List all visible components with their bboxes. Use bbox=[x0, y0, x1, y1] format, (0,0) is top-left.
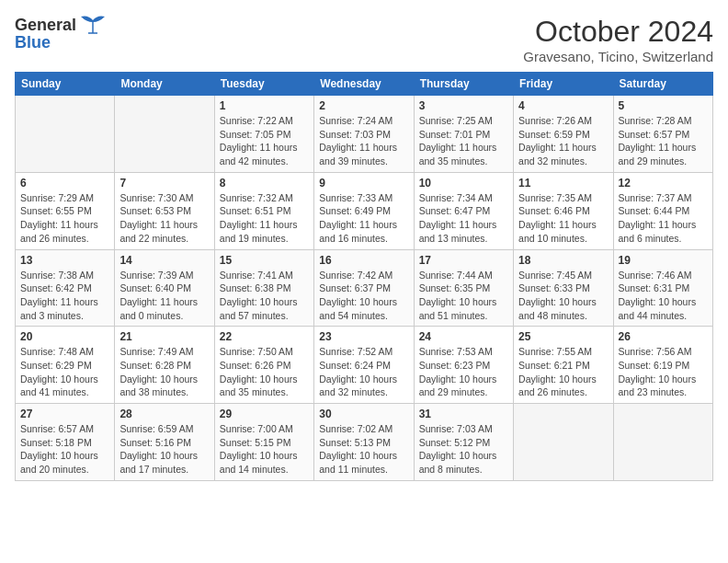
month-title: October 2024 bbox=[523, 15, 713, 49]
day-number: 7 bbox=[119, 177, 209, 190]
calendar-cell: 20Sunrise: 7:48 AMSunset: 6:29 PMDayligh… bbox=[16, 327, 115, 404]
weekday-header: Thursday bbox=[414, 73, 513, 96]
calendar-cell: 27Sunrise: 6:57 AMSunset: 5:18 PMDayligh… bbox=[16, 404, 115, 481]
calendar-cell: 1Sunrise: 7:22 AMSunset: 7:05 PMDaylight… bbox=[214, 96, 313, 173]
calendar-cell: 23Sunrise: 7:52 AMSunset: 6:24 PMDayligh… bbox=[314, 327, 414, 404]
day-info: Sunrise: 7:25 AMSunset: 7:01 PMDaylight:… bbox=[419, 114, 508, 168]
calendar-cell: 12Sunrise: 7:37 AMSunset: 6:44 PMDayligh… bbox=[613, 172, 712, 249]
day-info: Sunrise: 7:53 AMSunset: 6:23 PMDaylight:… bbox=[419, 345, 508, 399]
calendar-cell: 4Sunrise: 7:26 AMSunset: 6:59 PMDaylight… bbox=[514, 96, 613, 173]
weekday-header: Saturday bbox=[613, 73, 712, 96]
day-info: Sunrise: 7:55 AMSunset: 6:21 PMDaylight:… bbox=[518, 345, 608, 399]
calendar-cell bbox=[16, 96, 115, 173]
day-number: 23 bbox=[319, 330, 408, 343]
day-info: Sunrise: 7:03 AMSunset: 5:12 PMDaylight:… bbox=[419, 422, 508, 477]
calendar-cell: 16Sunrise: 7:42 AMSunset: 6:37 PMDayligh… bbox=[314, 249, 414, 327]
day-info: Sunrise: 7:29 AMSunset: 6:55 PMDaylight:… bbox=[20, 191, 109, 246]
day-number: 27 bbox=[20, 408, 109, 420]
calendar-cell: 8Sunrise: 7:32 AMSunset: 6:51 PMDaylight… bbox=[214, 172, 313, 249]
day-info: Sunrise: 7:56 AMSunset: 6:19 PMDaylight:… bbox=[619, 345, 708, 399]
day-number: 17 bbox=[419, 254, 508, 267]
day-info: Sunrise: 7:52 AMSunset: 6:24 PMDaylight:… bbox=[319, 345, 408, 399]
logo-bird-icon bbox=[79, 15, 107, 35]
logo-blue: Blue bbox=[15, 33, 51, 52]
calendar-cell: 26Sunrise: 7:56 AMSunset: 6:19 PMDayligh… bbox=[613, 327, 712, 404]
day-info: Sunrise: 7:00 AMSunset: 5:15 PMDaylight:… bbox=[220, 422, 309, 477]
calendar-week-row: 20Sunrise: 7:48 AMSunset: 6:29 PMDayligh… bbox=[16, 327, 713, 404]
calendar-cell: 22Sunrise: 7:50 AMSunset: 6:26 PMDayligh… bbox=[214, 327, 313, 404]
day-info: Sunrise: 7:41 AMSunset: 6:38 PMDaylight:… bbox=[220, 269, 309, 323]
day-info: Sunrise: 7:28 AMSunset: 6:57 PMDaylight:… bbox=[619, 114, 708, 168]
day-number: 10 bbox=[419, 177, 508, 190]
day-info: Sunrise: 7:33 AMSunset: 6:49 PMDaylight:… bbox=[319, 191, 408, 246]
day-number: 26 bbox=[619, 330, 708, 343]
day-number: 16 bbox=[319, 254, 408, 267]
day-number: 19 bbox=[619, 254, 708, 267]
calendar-cell: 3Sunrise: 7:25 AMSunset: 7:01 PMDaylight… bbox=[414, 96, 513, 173]
calendar-cell: 6Sunrise: 7:29 AMSunset: 6:55 PMDaylight… bbox=[16, 172, 115, 249]
calendar-cell: 30Sunrise: 7:02 AMSunset: 5:13 PMDayligh… bbox=[314, 404, 414, 481]
location-subtitle: Gravesano, Ticino, Switzerland bbox=[523, 49, 713, 64]
day-info: Sunrise: 7:44 AMSunset: 6:35 PMDaylight:… bbox=[419, 269, 508, 323]
day-info: Sunrise: 7:48 AMSunset: 6:29 PMDaylight:… bbox=[20, 345, 109, 399]
weekday-header: Friday bbox=[514, 73, 613, 96]
logo: General Blue bbox=[15, 15, 107, 52]
day-info: Sunrise: 7:24 AMSunset: 7:03 PMDaylight:… bbox=[319, 114, 408, 168]
day-info: Sunrise: 7:42 AMSunset: 6:37 PMDaylight:… bbox=[319, 269, 408, 323]
calendar-cell: 21Sunrise: 7:49 AMSunset: 6:28 PMDayligh… bbox=[115, 327, 214, 404]
day-info: Sunrise: 7:49 AMSunset: 6:28 PMDaylight:… bbox=[119, 345, 209, 399]
day-info: Sunrise: 7:50 AMSunset: 6:26 PMDaylight:… bbox=[220, 345, 309, 399]
day-number: 2 bbox=[319, 99, 408, 112]
weekday-header: Tuesday bbox=[214, 73, 313, 96]
day-info: Sunrise: 7:26 AMSunset: 6:59 PMDaylight:… bbox=[518, 114, 608, 168]
page-header: General Blue October 2024 Gravesano, Tic… bbox=[15, 15, 713, 64]
calendar-week-row: 27Sunrise: 6:57 AMSunset: 5:18 PMDayligh… bbox=[16, 404, 713, 481]
calendar-cell: 10Sunrise: 7:34 AMSunset: 6:47 PMDayligh… bbox=[414, 172, 513, 249]
calendar-cell: 31Sunrise: 7:03 AMSunset: 5:12 PMDayligh… bbox=[414, 404, 513, 481]
weekday-header: Sunday bbox=[16, 73, 115, 96]
weekday-header: Monday bbox=[115, 73, 214, 96]
calendar-cell: 29Sunrise: 7:00 AMSunset: 5:15 PMDayligh… bbox=[214, 404, 313, 481]
day-info: Sunrise: 7:34 AMSunset: 6:47 PMDaylight:… bbox=[419, 191, 508, 246]
day-info: Sunrise: 6:59 AMSunset: 5:16 PMDaylight:… bbox=[119, 422, 209, 477]
day-number: 14 bbox=[119, 254, 209, 267]
calendar-week-row: 6Sunrise: 7:29 AMSunset: 6:55 PMDaylight… bbox=[16, 172, 713, 249]
day-number: 12 bbox=[619, 177, 708, 190]
calendar-cell: 9Sunrise: 7:33 AMSunset: 6:49 PMDaylight… bbox=[314, 172, 414, 249]
day-number: 25 bbox=[518, 330, 608, 343]
calendar-week-row: 13Sunrise: 7:38 AMSunset: 6:42 PMDayligh… bbox=[16, 249, 713, 327]
calendar-cell bbox=[115, 96, 214, 173]
calendar-week-row: 1Sunrise: 7:22 AMSunset: 7:05 PMDaylight… bbox=[16, 96, 713, 173]
day-info: Sunrise: 7:22 AMSunset: 7:05 PMDaylight:… bbox=[220, 114, 309, 168]
day-number: 5 bbox=[619, 99, 708, 112]
day-number: 30 bbox=[319, 408, 408, 420]
day-info: Sunrise: 7:37 AMSunset: 6:44 PMDaylight:… bbox=[619, 191, 708, 246]
weekday-header-row: SundayMondayTuesdayWednesdayThursdayFrid… bbox=[16, 73, 713, 96]
calendar-cell: 13Sunrise: 7:38 AMSunset: 6:42 PMDayligh… bbox=[16, 249, 115, 327]
day-number: 15 bbox=[220, 254, 309, 267]
day-number: 28 bbox=[119, 408, 209, 420]
calendar-cell bbox=[613, 404, 712, 481]
logo-general: General bbox=[15, 16, 76, 35]
calendar-cell: 7Sunrise: 7:30 AMSunset: 6:53 PMDaylight… bbox=[115, 172, 214, 249]
day-info: Sunrise: 7:46 AMSunset: 6:31 PMDaylight:… bbox=[619, 269, 708, 323]
day-number: 6 bbox=[20, 177, 109, 190]
day-number: 11 bbox=[518, 177, 608, 190]
calendar-cell: 28Sunrise: 6:59 AMSunset: 5:16 PMDayligh… bbox=[115, 404, 214, 481]
day-info: Sunrise: 7:30 AMSunset: 6:53 PMDaylight:… bbox=[119, 191, 209, 246]
day-number: 29 bbox=[220, 408, 309, 420]
calendar-cell: 11Sunrise: 7:35 AMSunset: 6:46 PMDayligh… bbox=[514, 172, 613, 249]
day-number: 31 bbox=[419, 408, 508, 420]
day-number: 22 bbox=[220, 330, 309, 343]
day-number: 9 bbox=[319, 177, 408, 190]
calendar-cell bbox=[514, 404, 613, 481]
day-info: Sunrise: 7:38 AMSunset: 6:42 PMDaylight:… bbox=[20, 269, 109, 323]
day-number: 20 bbox=[20, 330, 109, 343]
day-number: 1 bbox=[220, 99, 309, 112]
calendar-table: SundayMondayTuesdayWednesdayThursdayFrid… bbox=[15, 72, 713, 481]
day-number: 21 bbox=[119, 330, 209, 343]
day-number: 13 bbox=[20, 254, 109, 267]
day-info: Sunrise: 7:32 AMSunset: 6:51 PMDaylight:… bbox=[220, 191, 309, 246]
day-info: Sunrise: 6:57 AMSunset: 5:18 PMDaylight:… bbox=[20, 422, 109, 477]
calendar-cell: 14Sunrise: 7:39 AMSunset: 6:40 PMDayligh… bbox=[115, 249, 214, 327]
